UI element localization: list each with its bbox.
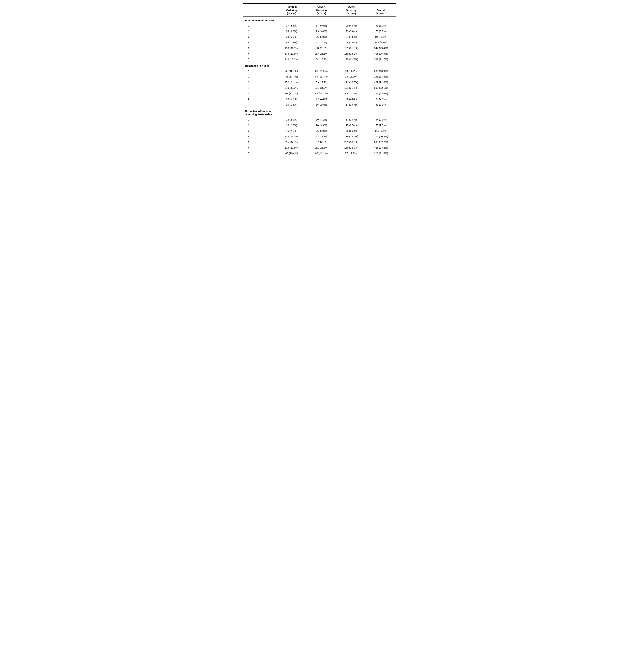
row-value: 38 (6.3%)	[337, 128, 366, 134]
col-header-overall-line1: Overall	[377, 9, 385, 12]
row-label: 5	[243, 91, 277, 96]
row-label: 6	[243, 51, 277, 57]
row-value: 215 (34.5%)	[277, 139, 307, 145]
section-header-row: Reactance to Nudge	[243, 62, 396, 68]
row-label: 4	[243, 40, 277, 45]
row-value: 83 (13.3%)	[277, 74, 307, 79]
col-header-label	[243, 3, 277, 17]
row-value: 399 (21.7%)	[366, 57, 396, 62]
header-row: Random Ordering (N=623) Covert Ordering …	[243, 3, 396, 17]
table-row: 765 (10.4%)68 (11.1%)77 (12.7%)210 (11.4…	[243, 150, 396, 156]
row-value: 173 (27.8%)	[277, 51, 307, 57]
row-value: 48 (7.9%)	[337, 40, 366, 45]
row-value: 375 (20.4%)	[366, 134, 396, 139]
table-row: 127 (4.3%)37 (6.0%)29 (4.8%)93 (5.0%)	[243, 23, 396, 28]
col-header-random: Random Ordering (N=623)	[277, 3, 307, 17]
row-value: 27 (4.5%)	[337, 34, 366, 40]
row-label: 4	[243, 85, 277, 91]
row-value: 402 (21.8%)	[366, 79, 396, 85]
table-row: 6128 (20.5%)161 (26.3%)139 (22.9%)428 (2…	[243, 145, 396, 150]
col-header-random-line3: (N=623)	[287, 12, 296, 15]
row-value: 201 (33.2%)	[337, 139, 366, 145]
row-value: 191 (31.2%)	[307, 85, 337, 91]
row-value: 39 (6.3%)	[277, 34, 307, 40]
row-value: 592 (32.1%)	[366, 85, 396, 91]
col-header-random-line2: Ordering	[286, 9, 297, 12]
row-value: 77 (12.7%)	[337, 150, 366, 156]
row-value: 93 (5.0%)	[366, 23, 396, 28]
row-value: 191 (31.5%)	[337, 45, 366, 51]
row-value: 23 (3.8%)	[307, 28, 337, 34]
row-label: 6	[243, 96, 277, 102]
col-header-overall-line2: (N=1842)	[376, 12, 386, 15]
row-value: 98 (16.2%)	[337, 74, 366, 79]
table-row: 710 (1.6%)16 (2.6%)17 (2.8%)43 (2.3%)	[243, 102, 396, 107]
row-value: 47 (7.7%)	[307, 40, 337, 45]
table-row: 569 (11.1%)87 (14.2%)95 (15.7%)251 (13.6…	[243, 91, 396, 96]
col-header-covert-line1: Covert	[317, 5, 326, 8]
col-header-covert-line2: Ordering	[316, 9, 327, 12]
table-row: 345 (7.2%)36 (5.9%)38 (6.3%)119 (6.5%)	[243, 128, 396, 134]
col-header-overall: Overall (N=1842)	[366, 3, 396, 17]
row-value: 428 (23.2%)	[366, 145, 396, 150]
row-value: 119 (6.5%)	[366, 128, 396, 134]
row-label: 3	[243, 34, 277, 40]
row-value: 603 (32.7%)	[366, 139, 396, 145]
row-value: 122 (19.9%)	[307, 134, 337, 139]
row-value: 46 (7.4%)	[277, 40, 307, 45]
row-value: 70 (3.8%)	[366, 28, 396, 34]
table-row: 339 (6.3%)36 (5.9%)27 (4.5%)102 (5.5%)	[243, 34, 396, 40]
row-value: 89 (4.8%)	[366, 96, 396, 102]
row-value: 210 (33.7%)	[277, 85, 307, 91]
row-value: 200 (10.9%)	[366, 68, 396, 74]
row-value: 187 (30.5%)	[307, 139, 337, 145]
row-value: 19 (3.1%)	[307, 117, 337, 122]
table-row: 163 (10.1%)69 (11.3%)68 (11.2%)200 (10.9…	[243, 68, 396, 74]
row-label: 7	[243, 150, 277, 156]
table-row: 3152 (24.4%)139 (22.7%)111 (18.3%)402 (2…	[243, 79, 396, 85]
row-value: 134 (21.5%)	[277, 134, 307, 139]
row-value: 251 (13.6%)	[366, 91, 396, 96]
table-row: 4210 (33.7%)191 (31.2%)191 (31.5%)592 (3…	[243, 85, 396, 91]
row-label: 6	[243, 145, 277, 150]
row-value: 102 (5.5%)	[366, 34, 396, 40]
row-value: 119 (19.6%)	[337, 134, 366, 139]
row-value: 87 (14.2%)	[307, 91, 337, 96]
row-value: 16 (2.6%)	[307, 102, 337, 107]
row-value: 116 (18.6%)	[277, 57, 307, 62]
row-value: 69 (11.1%)	[277, 91, 307, 96]
row-value: 68 (11.2%)	[337, 68, 366, 74]
row-value: 139 (22.7%)	[307, 79, 337, 85]
table-row: 7116 (18.6%)154 (25.1%)129 (21.3%)399 (2…	[243, 57, 396, 62]
section-header-cell: Normative Attitude toShopping Sustainabl…	[243, 107, 396, 117]
row-value: 65 (10.4%)	[277, 150, 307, 156]
row-value: 495 (26.9%)	[366, 51, 396, 57]
row-value: 37 (6.0%)	[307, 23, 337, 28]
table-row: 4134 (21.5%)122 (19.9%)119 (19.6%)375 (2…	[243, 134, 396, 139]
row-value: 27 (4.3%)	[277, 23, 307, 28]
row-value: 152 (24.4%)	[277, 79, 307, 85]
row-value: 154 (25.1%)	[307, 57, 337, 62]
table-row: 224 (3.9%)23 (3.8%)23 (3.8%)70 (3.8%)	[243, 28, 396, 34]
row-value: 198 (31.8%)	[277, 45, 307, 51]
row-value: 23 (3.8%)	[337, 28, 366, 34]
row-value: 24 (3.9%)	[277, 28, 307, 34]
col-header-random-line1: Random	[286, 5, 297, 8]
table-row: 118 (2.9%)19 (3.1%)17 (2.8%)54 (2.9%)	[243, 117, 396, 122]
col-header-overt-line2: Ordering	[346, 9, 357, 12]
row-value: 17 (2.8%)	[337, 102, 366, 107]
row-label: 4	[243, 134, 277, 139]
data-table: Random Ordering (N=623) Covert Ordering …	[243, 3, 396, 156]
section-header-row: Environmental Concern	[243, 17, 396, 23]
row-label: 2	[243, 74, 277, 79]
table-row: 6173 (27.8%)163 (26.6%)159 (26.2%)495 (2…	[243, 51, 396, 57]
col-header-covert: Covert Ordering (N=613)	[307, 3, 337, 17]
row-value: 18 (2.9%)	[277, 117, 307, 122]
row-label: 1	[243, 68, 277, 74]
row-value: 191 (31.5%)	[337, 85, 366, 91]
row-value: 210 (11.4%)	[366, 150, 396, 156]
table-row: 636 (5.8%)27 (4.4%)26 (4.3%)89 (4.8%)	[243, 96, 396, 102]
table-container: Random Ordering (N=623) Covert Ordering …	[243, 3, 396, 156]
col-header-overt-line1: Overt	[348, 5, 355, 8]
row-value: 95 (15.7%)	[337, 91, 366, 96]
